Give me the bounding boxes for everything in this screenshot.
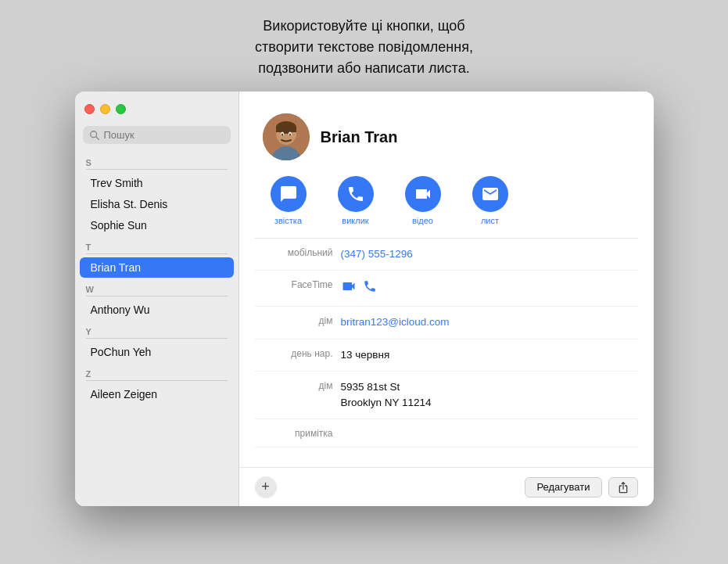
action-buttons: звістка виклик в xyxy=(271,176,630,225)
video-icon xyxy=(405,176,441,212)
label-email: дім xyxy=(263,314,333,326)
call-icon xyxy=(338,176,374,212)
info-row-facetime: FaceTime xyxy=(255,271,638,307)
mail-button[interactable]: лист xyxy=(472,176,508,225)
svg-rect-5 xyxy=(276,126,296,132)
divider-s xyxy=(86,169,228,170)
contact-item-sophie[interactable]: Sophie Sun xyxy=(80,215,234,235)
close-button[interactable] xyxy=(84,104,95,114)
mail-label: лист xyxy=(481,216,499,225)
search-input[interactable] xyxy=(104,129,224,141)
contact-name-row: Brian Tran xyxy=(263,113,630,160)
call-button[interactable]: виклик xyxy=(338,176,374,225)
facetime-video-icon[interactable] xyxy=(341,278,357,298)
svg-line-1 xyxy=(95,136,99,139)
contact-list: S Trev Smith Elisha St. Denis Sophie Sun… xyxy=(75,152,238,506)
svg-point-9 xyxy=(289,134,291,136)
contact-name: Brian Tran xyxy=(321,128,398,146)
facetime-icons xyxy=(341,278,377,298)
facetime-phone-icon[interactable] xyxy=(363,279,377,297)
sidebar: S Trev Smith Elisha St. Denis Sophie Sun… xyxy=(75,92,239,506)
value-mobile[interactable]: (347) 555-1296 xyxy=(341,246,413,262)
video-label: відео xyxy=(412,216,433,225)
titlebar xyxy=(75,92,238,126)
contact-item-anthony[interactable]: Anthony Wu xyxy=(80,300,234,320)
section-header-s: S xyxy=(75,152,238,169)
edit-button[interactable]: Редагувати xyxy=(525,477,601,498)
call-label: виклик xyxy=(342,216,368,225)
message-icon xyxy=(271,176,307,212)
contact-item-brian[interactable]: Brian Tran xyxy=(80,257,234,278)
app-window: S Trev Smith Elisha St. Denis Sophie Sun… xyxy=(75,92,654,506)
minimize-button[interactable] xyxy=(100,104,110,114)
value-email[interactable]: britran123@icloud.com xyxy=(341,314,450,330)
maximize-button[interactable] xyxy=(116,104,126,114)
label-address: дім xyxy=(263,379,333,391)
video-button[interactable]: відео xyxy=(405,176,441,225)
section-header-y: Y xyxy=(75,321,238,338)
share-icon xyxy=(617,481,629,494)
value-birthday: 13 червня xyxy=(341,347,390,363)
info-row-birthday: день нар. 13 червня xyxy=(255,339,638,372)
share-button[interactable] xyxy=(608,477,638,498)
info-section: мобільний (347) 555-1296 FaceTime xyxy=(239,239,654,467)
divider-z xyxy=(86,380,228,381)
add-button[interactable]: + xyxy=(255,476,277,498)
info-row-mobile: мобільний (347) 555-1296 xyxy=(255,239,638,271)
label-birthday: день нар. xyxy=(263,347,333,359)
label-note: примітка xyxy=(263,427,333,439)
label-mobile: мобільний xyxy=(263,246,333,258)
section-header-t: T xyxy=(75,236,238,253)
info-row-email: дім britran123@icloud.com xyxy=(255,307,638,339)
search-bar[interactable] xyxy=(83,126,231,144)
message-button[interactable]: звістка xyxy=(271,176,307,225)
divider-t xyxy=(86,253,228,254)
bottom-right-buttons: Редагувати xyxy=(525,477,637,498)
message-label: звістка xyxy=(274,216,302,225)
contact-item-trev-smith[interactable]: Trev Smith xyxy=(80,173,234,193)
divider-w xyxy=(86,296,228,296)
tooltip: Використовуйте ці кнопки, щоб створити т… xyxy=(255,16,473,79)
avatar xyxy=(263,113,310,160)
main-content: Brian Tran звістка xyxy=(239,92,654,506)
contact-header: Brian Tran звістка xyxy=(239,92,654,238)
section-header-w: W xyxy=(75,278,238,296)
label-facetime: FaceTime xyxy=(263,278,333,290)
contact-item-aileen[interactable]: Aileen Zeigen xyxy=(80,384,234,404)
mail-icon xyxy=(472,176,508,212)
contact-item-pochun[interactable]: PoChun Yeh xyxy=(80,342,234,362)
section-header-z: Z xyxy=(75,363,238,380)
info-row-address: дім 5935 81st StBrooklyn NY 11214 xyxy=(255,372,638,420)
svg-point-8 xyxy=(282,134,283,136)
contact-item-elisha[interactable]: Elisha St. Denis xyxy=(80,194,234,214)
search-icon xyxy=(89,130,100,141)
info-row-note: примітка xyxy=(255,419,638,447)
bottom-bar: + Редагувати xyxy=(239,467,654,506)
value-address: 5935 81st StBrooklyn NY 11214 xyxy=(341,379,432,411)
divider-y xyxy=(86,338,228,339)
